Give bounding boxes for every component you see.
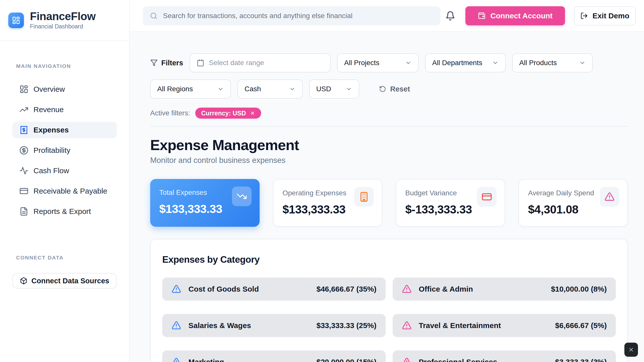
close-icon[interactable] xyxy=(250,111,255,116)
bell-icon xyxy=(445,11,455,21)
currency-filter-chip[interactable]: Currency: USD xyxy=(195,108,261,119)
sidebar-item-label: Overview xyxy=(33,85,65,94)
category-row-marketing: Marketing $20,000.00 (15%) xyxy=(162,350,386,362)
exit-demo-button[interactable]: Exit Demo xyxy=(574,6,636,25)
category-value: $10,000.00 (8%) xyxy=(551,285,607,293)
app-title: FinanceFlow xyxy=(30,11,96,22)
sidebar-item-label: Profitability xyxy=(33,146,70,155)
category-row-travel-entertainment: Travel & Entertainment $6,666.67 (5%) xyxy=(393,314,616,337)
search-input[interactable] xyxy=(163,12,433,20)
chevron-down-icon xyxy=(346,86,352,92)
category-label: Professional Services xyxy=(419,358,497,362)
sidebar-item-revenue[interactable]: Revenue xyxy=(12,101,117,118)
alert-triangle-icon xyxy=(402,357,412,362)
category-list: Cost of Goods Sold $46,666.67 (35%) Offi… xyxy=(162,278,616,362)
currency-select[interactable]: USD xyxy=(309,79,359,99)
sidebar-item-label: Cash Flow xyxy=(33,166,69,175)
category-label: Office & Admin xyxy=(419,285,473,293)
close-icon xyxy=(628,347,634,353)
connect-data-sources-button[interactable]: Connect Data Sources xyxy=(12,273,117,289)
date-range-field[interactable] xyxy=(190,53,331,72)
receipt-icon xyxy=(19,125,28,134)
chevron-down-icon xyxy=(405,60,412,66)
category-row-salaries-wages: Salaries & Wages $33,333.33 (25%) xyxy=(162,314,386,337)
payment-type-select[interactable]: Cash xyxy=(237,79,303,99)
category-value: $46,666.67 (35%) xyxy=(316,285,377,293)
sidebar-item-cash-flow[interactable]: Cash Flow xyxy=(12,162,117,179)
nav-section-title: MAIN NAVIGATION xyxy=(16,63,129,69)
sidebar-item-profitability[interactable]: Profitability xyxy=(12,142,117,159)
layout-dashboard-icon xyxy=(12,16,20,25)
sidebar-item-label: Expenses xyxy=(33,126,69,134)
sidebar-item-reports-export[interactable]: Reports & Export xyxy=(12,203,117,220)
app-tagline: Financial Dashboard xyxy=(30,23,96,30)
exit-demo-label: Exit Demo xyxy=(592,12,629,20)
category-row-office-admin: Office & Admin $10,000.00 (8%) xyxy=(393,278,616,301)
close-overlay-button[interactable] xyxy=(624,343,638,357)
regions-select[interactable]: All Regions xyxy=(150,79,231,99)
search-icon xyxy=(150,12,157,20)
chevron-down-icon xyxy=(289,86,296,92)
category-row-cost-of-goods-sold: Cost of Goods Sold $46,666.67 (35%) xyxy=(162,278,386,301)
trending-up-icon xyxy=(19,105,28,114)
projects-select[interactable]: All Projects xyxy=(337,53,419,72)
category-value: $3,333.33 (3%) xyxy=(555,358,607,362)
category-value: $20,000.00 (15%) xyxy=(316,358,377,362)
calendar-icon xyxy=(197,59,204,67)
alert-triangle-icon xyxy=(171,357,181,362)
content-area: Filters All Projects All Departments All… xyxy=(130,32,644,362)
stat-card-total-expenses[interactable]: Total Expenses $133,333.33 xyxy=(150,179,260,227)
reset-label: Reset xyxy=(390,85,410,93)
alert-triangle-icon xyxy=(171,321,181,331)
departments-select-value: All Departments xyxy=(432,59,482,67)
filters-row-2: All Regions Cash USD Reset xyxy=(150,79,628,99)
alert-triangle-icon xyxy=(171,284,181,294)
category-label: Marketing xyxy=(188,358,224,362)
stat-card-budget-variance[interactable]: Budget Variance $-133,333.33 xyxy=(396,179,505,227)
building-icon xyxy=(354,187,374,207)
section-divider xyxy=(150,126,628,127)
expenses-by-category-panel: Expenses by Category Cost of Goods Sold … xyxy=(150,239,628,362)
alert-triangle-icon xyxy=(402,321,412,331)
category-label: Cost of Goods Sold xyxy=(188,285,259,293)
sidebar-item-overview[interactable]: Overview xyxy=(12,81,117,98)
circle-dollar-icon xyxy=(19,146,28,155)
funnel-icon xyxy=(150,59,158,67)
stat-card-operating-expenses[interactable]: Operating Expenses $133,333.33 xyxy=(273,179,382,227)
products-select[interactable]: All Products xyxy=(512,53,593,72)
sidebar-item-expenses[interactable]: Expenses xyxy=(12,122,117,138)
alert-triangle-icon xyxy=(600,187,619,207)
connect-data-sources-label: Connect Data Sources xyxy=(31,277,109,285)
departments-select[interactable]: All Departments xyxy=(425,53,506,72)
stat-card-average-daily-spend[interactable]: Average Daily Spend $4,301.08 xyxy=(518,179,628,227)
category-label: Travel & Entertainment xyxy=(419,321,501,330)
date-range-input[interactable] xyxy=(209,59,324,67)
chevron-down-icon xyxy=(579,60,586,66)
products-select-value: All Products xyxy=(519,59,557,67)
filters-label: Filters xyxy=(150,59,183,67)
rotate-ccw-icon xyxy=(379,85,386,93)
credit-card-icon xyxy=(19,187,28,196)
package-icon xyxy=(20,277,27,285)
alert-triangle-icon xyxy=(402,284,412,294)
notifications-button[interactable] xyxy=(444,10,456,22)
connect-account-label: Connect Account xyxy=(490,12,552,20)
log-out-icon xyxy=(580,12,588,20)
page-subtitle: Monitor and control business expenses xyxy=(150,156,628,165)
category-row-professional-services: Professional Services $3,333.33 (3%) xyxy=(393,350,616,362)
stat-cards: Total Expenses $133,333.33 Operating Exp… xyxy=(150,179,628,227)
sidebar-item-receivable-payable[interactable]: Receivable & Payable xyxy=(12,183,117,199)
connect-section-title: CONNECT DATA xyxy=(16,255,129,261)
reset-filters-button[interactable]: Reset xyxy=(379,85,410,93)
active-filters-label: Active filters: xyxy=(150,109,190,117)
credit-card-icon xyxy=(477,187,497,207)
regions-select-value: All Regions xyxy=(157,85,193,93)
chevron-down-icon xyxy=(492,60,499,66)
connect-account-button[interactable]: Connect Account xyxy=(465,6,565,25)
projects-select-value: All Projects xyxy=(344,59,379,67)
page-title: Expense Management xyxy=(150,137,628,153)
layout-dashboard-icon xyxy=(19,85,28,94)
app-logo-block: FinanceFlow Financial Dashboard xyxy=(0,0,129,41)
global-search xyxy=(143,6,440,25)
sidebar-item-label: Reports & Export xyxy=(33,207,91,216)
